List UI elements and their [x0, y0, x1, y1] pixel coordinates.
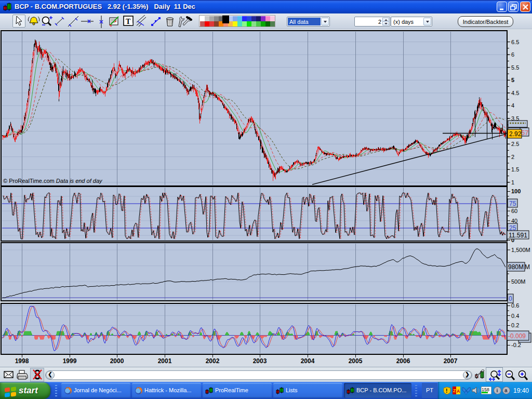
svg-text:1: 1 — [511, 179, 514, 185]
svg-text:4: 4 — [511, 102, 514, 109]
svg-text:A: A — [457, 389, 460, 394]
svg-text:2000: 2000 — [110, 357, 124, 365]
svg-text:1999: 1999 — [63, 357, 77, 365]
svg-text:57: 57 — [521, 129, 528, 137]
svg-text:4.5: 4.5 — [511, 90, 519, 96]
svg-text:40: 40 — [511, 218, 517, 224]
svg-text:M: M — [525, 263, 530, 271]
svg-text:T: T — [126, 18, 131, 25]
svg-text:500M: 500M — [511, 278, 526, 285]
svg-text:158: 158 — [482, 387, 489, 392]
svg-text:a: a — [504, 388, 508, 393]
svg-text:5: 5 — [511, 77, 514, 83]
svg-text:© ProRealTime.com Data is end: © ProRealTime.com Data is end of day — [3, 178, 103, 184]
svg-text:0.6: 0.6 — [511, 302, 519, 309]
svg-text:6.5: 6.5 — [511, 39, 519, 45]
svg-text:5.5: 5.5 — [511, 64, 519, 71]
svg-text:6: 6 — [511, 51, 514, 58]
svg-text:2001: 2001 — [158, 357, 172, 365]
svg-text:1.5: 1.5 — [511, 166, 519, 172]
svg-text:2.5: 2.5 — [511, 141, 519, 147]
svg-text:2006: 2006 — [396, 357, 410, 365]
svg-text:100: 100 — [511, 188, 521, 194]
svg-text:2002: 2002 — [206, 357, 220, 365]
svg-text:i: i — [497, 388, 498, 393]
svg-text:75: 75 — [509, 200, 516, 207]
svg-text:-0.009: -0.009 — [508, 332, 526, 340]
svg-text:0: 0 — [509, 295, 512, 302]
svg-text:11.591: 11.591 — [509, 232, 527, 239]
svg-text:1998: 1998 — [15, 357, 29, 365]
svg-text:2.92: 2.92 — [509, 130, 522, 138]
svg-text:2004: 2004 — [301, 357, 315, 365]
svg-text:-0.2: -0.2 — [511, 342, 521, 348]
svg-text:2007: 2007 — [444, 357, 458, 365]
svg-text:1,500M: 1,500M — [511, 247, 530, 253]
svg-text:2005: 2005 — [349, 357, 363, 365]
svg-text:2003: 2003 — [253, 357, 267, 365]
svg-text:0.2: 0.2 — [511, 322, 519, 328]
svg-text:980M: 980M — [508, 263, 524, 271]
svg-text:!: ! — [446, 388, 447, 394]
svg-text:0.4: 0.4 — [511, 313, 519, 319]
svg-text:60: 60 — [511, 208, 517, 214]
svg-text:2: 2 — [511, 154, 514, 160]
svg-text:Z: Z — [453, 388, 456, 393]
